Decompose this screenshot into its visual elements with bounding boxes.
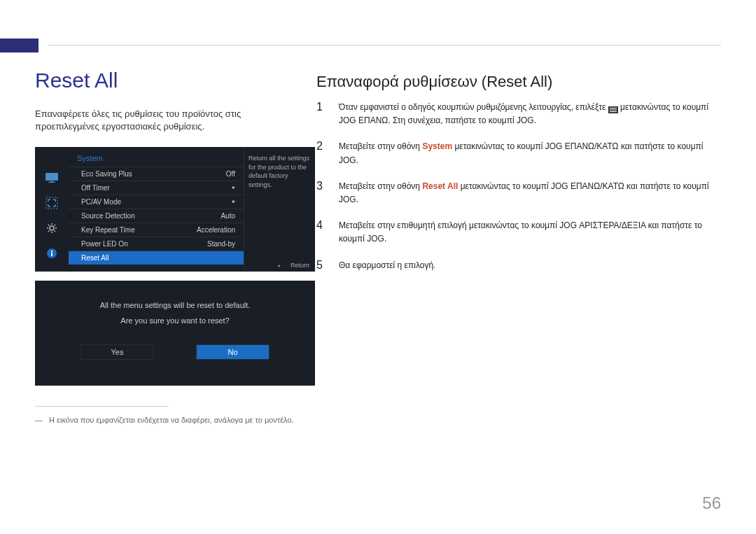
step-number: 1: [316, 101, 326, 127]
step-text: Μεταβείτε στην οθόνη System μετακινώντας…: [339, 140, 715, 167]
page-number: 56: [702, 493, 721, 513]
osd-item-label: Key Repeat Time: [81, 226, 135, 234]
osd-return-label: Return: [290, 262, 309, 269]
highlight-system: System: [422, 141, 452, 151]
confirm-dialog-screenshot: All the menu settings will be reset to d…: [35, 281, 315, 386]
step-2: 2 Μεταβείτε στην οθόνη System μετακινώντ…: [316, 140, 715, 167]
footnote: ― Η εικόνα που εμφανίζεται ενδέχεται να …: [35, 416, 294, 424]
osd-item-value: ▸: [232, 198, 235, 206]
no-button[interactable]: No: [196, 344, 270, 360]
osd-help-text: Return all the settings for the product …: [244, 147, 315, 272]
osd-item-label: Eco Saving Plus: [81, 170, 132, 178]
step-number: 4: [316, 219, 326, 246]
confirm-message-2: Are you sure you want to reset?: [120, 316, 229, 325]
svg-rect-2: [48, 182, 55, 183]
info-icon: [35, 241, 69, 266]
intro-text: Επαναφέρετε όλες τις ρυθμίσεις του προϊό…: [35, 108, 294, 133]
osd-item-label: Reset All: [81, 254, 108, 262]
step-number: 5: [316, 259, 326, 272]
osd-item[interactable]: Key Repeat Time Acceleration: [69, 223, 244, 237]
svg-rect-11: [610, 111, 617, 112]
osd-item-label: PC/AV Mode: [81, 198, 121, 206]
osd-item[interactable]: PC/AV Mode ▸: [69, 195, 244, 209]
osd-menu-list: System Eco Saving Plus Off Off Timer ▸ P…: [69, 147, 244, 272]
osd-menu-screenshot: System Eco Saving Plus Off Off Timer ▸ P…: [35, 147, 315, 272]
osd-item-value: Acceleration: [197, 226, 235, 234]
osd-item[interactable]: Source Detection Auto: [69, 209, 244, 223]
step-number: 3: [316, 180, 326, 206]
osd-main: System Eco Saving Plus Off Off Timer ▸ P…: [69, 147, 315, 272]
svg-rect-1: [50, 181, 54, 182]
osd-item-value: Stand-by: [207, 240, 235, 248]
svg-rect-9: [610, 108, 617, 108]
osd-item[interactable]: Power LED On Stand-by: [69, 237, 244, 251]
monitor-icon: [35, 165, 69, 190]
osd-item-value: Off: [226, 170, 235, 178]
svg-rect-6: [51, 251, 52, 252]
step-1: 1 Όταν εμφανιστεί ο οδηγός κουμπιών ρυθμ…: [316, 101, 715, 127]
header-rule: [48, 45, 721, 45]
svg-point-4: [50, 226, 54, 230]
svg-rect-10: [610, 109, 617, 110]
step-number: 2: [316, 140, 326, 167]
menu-icon: [608, 104, 618, 111]
steps-list: 1 Όταν εμφανιστεί ο οδηγός κουμπιών ρυθμ…: [316, 101, 715, 285]
osd-item-reset-all[interactable]: Reset All: [69, 251, 244, 265]
osd-return[interactable]: ◂ Return: [277, 262, 309, 269]
svg-rect-0: [46, 173, 58, 181]
confirm-buttons: Yes No: [80, 344, 270, 360]
triangle-left-icon: ◂: [277, 262, 280, 269]
osd-item-value: Auto: [220, 212, 235, 220]
step-text: Όταν εμφανιστεί ο οδηγός κουμπιών ρυθμιζ…: [339, 101, 715, 127]
osd-sidebar: [35, 147, 69, 272]
osd-item[interactable]: Off Timer ▸: [69, 181, 244, 195]
highlight-reset-all: Reset All: [422, 181, 458, 191]
footnote-text: Η εικόνα που εμφανίζεται ενδέχεται να δι…: [49, 416, 294, 424]
step-text: Μεταβείτε στην επιθυμητή επιλογή μετακιν…: [339, 219, 715, 246]
osd-item[interactable]: Eco Saving Plus Off: [69, 167, 244, 181]
resize-icon: [35, 190, 69, 216]
footnote-rule: [35, 406, 168, 407]
osd-item-label: Source Detection: [81, 212, 135, 220]
right-section-title: Επαναφορά ρυθμίσεων (Reset All): [316, 73, 552, 91]
osd-item-label: Power LED On: [81, 240, 128, 248]
yes-button[interactable]: Yes: [80, 344, 154, 360]
step-text: Θα εφαρμοστεί η επιλογή.: [339, 259, 435, 272]
gear-icon: [35, 216, 69, 241]
svg-rect-7: [51, 253, 52, 256]
osd-item-label: Off Timer: [81, 184, 110, 192]
osd-item-value: ▸: [232, 184, 235, 192]
step-3: 3 Μεταβείτε στην οθόνη Reset All μετακιν…: [316, 180, 715, 206]
page-title: Reset All: [35, 69, 118, 92]
step-text: Μεταβείτε στην οθόνη Reset All μετακινών…: [339, 180, 715, 206]
osd-section-header: System: [69, 151, 244, 167]
svg-rect-3: [46, 197, 57, 209]
step-4: 4 Μεταβείτε στην επιθυμητή επιλογή μετακ…: [316, 219, 715, 246]
header-accent-bar: [0, 38, 38, 52]
dash-icon: ―: [35, 416, 43, 424]
confirm-message-1: All the menu settings will be reset to d…: [100, 301, 251, 309]
step-5: 5 Θα εφαρμοστεί η επιλογή.: [316, 259, 715, 272]
